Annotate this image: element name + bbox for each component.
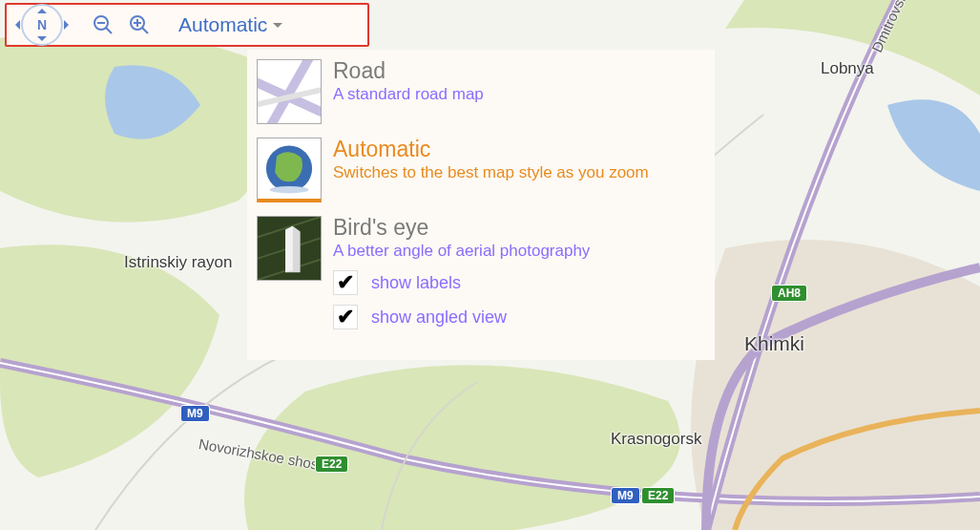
pan-down-icon[interactable]	[37, 36, 47, 46]
route-shield: M9	[180, 405, 210, 422]
svg-line-2	[106, 28, 112, 33]
checkmark-icon: ✔	[333, 270, 358, 295]
chevron-down-icon	[273, 23, 282, 32]
svg-line-5	[142, 28, 148, 33]
compass-control[interactable]: N	[10, 6, 73, 44]
option-title: Automatic	[333, 138, 649, 161]
pan-up-icon[interactable]	[37, 4, 47, 13]
pan-right-icon[interactable]	[64, 20, 73, 30]
compass-north-label: N	[37, 17, 47, 32]
zoom-out-button[interactable]	[91, 12, 115, 37]
check-show-angled-view[interactable]: ✔ show angled view	[333, 305, 590, 329]
map-style-option-road[interactable]: Road A standard road map	[257, 59, 698, 124]
svg-point-14	[270, 186, 309, 193]
map-toolbar: N Automatic	[5, 3, 369, 47]
map-style-current: Automatic	[178, 13, 267, 36]
route-shield: E22	[641, 487, 675, 504]
option-title: Road	[333, 59, 484, 83]
route-shield: M9	[611, 487, 640, 504]
option-desc: A standard road map	[333, 85, 484, 104]
place-label: Istrinskiy rayon	[124, 253, 232, 272]
place-label: Lobnya	[821, 59, 874, 78]
map-style-option-birdseye[interactable]: Bird's eye A better angle of aerial phot…	[257, 216, 698, 339]
globe-thumb-icon	[257, 138, 322, 202]
check-show-labels[interactable]: ✔ show labels	[333, 270, 590, 295]
map-style-dropdown[interactable]: Automatic	[178, 13, 282, 36]
check-label: show angled view	[371, 307, 507, 328]
checkmark-icon: ✔	[333, 305, 358, 329]
map-style-option-automatic[interactable]: Automatic Switches to the best map style…	[257, 138, 698, 202]
option-title: Bird's eye	[333, 216, 590, 240]
birdseye-thumb-icon	[257, 216, 322, 281]
option-desc: A better angle of aerial photography	[333, 242, 590, 261]
road-thumb-icon	[257, 59, 322, 124]
check-label: show labels	[371, 273, 461, 293]
place-label: Khimki	[744, 332, 804, 355]
route-shield: E22	[315, 456, 348, 473]
svg-marker-20	[285, 226, 293, 273]
map-style-panel: Road A standard road map Automatic Switc…	[247, 50, 715, 360]
zoom-in-button[interactable]	[127, 12, 152, 37]
place-label: Krasnogorsk	[611, 430, 701, 449]
pan-left-icon[interactable]	[10, 20, 20, 30]
route-shield: AH8	[771, 285, 807, 302]
option-desc: Switches to the best map style as you zo…	[333, 163, 649, 182]
